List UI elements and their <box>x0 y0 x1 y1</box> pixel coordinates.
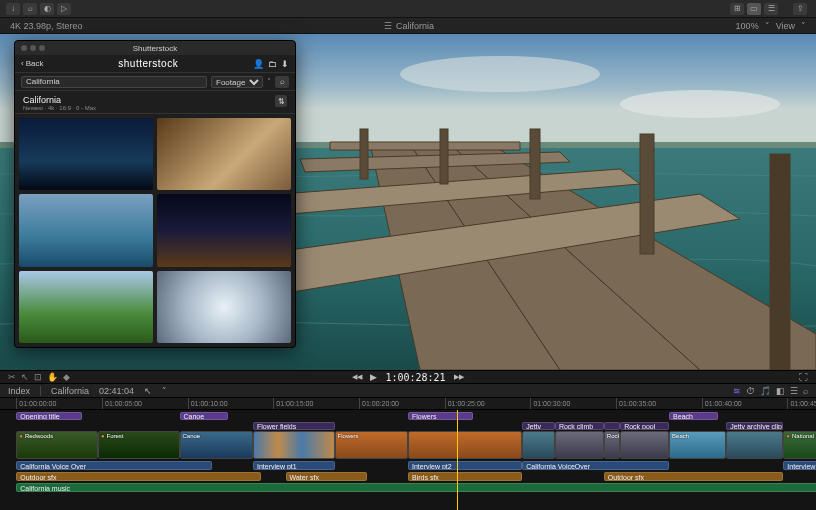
connected-clip-label[interactable]: Flower fields <box>253 422 335 430</box>
fullscreen-icon[interactable]: ⛶ <box>799 372 808 382</box>
zoom-level[interactable]: 100% <box>736 21 759 31</box>
media-type-select[interactable]: Footage <box>211 76 263 88</box>
video-clip[interactable] <box>253 431 335 459</box>
chevron-down-icon[interactable]: ˅ <box>162 386 167 396</box>
audio-clip[interactable]: Outdoor sfx <box>604 472 784 481</box>
chevron-down-icon[interactable]: ˅ <box>267 77 271 86</box>
audio-clip[interactable]: Birds sfx <box>408 472 522 481</box>
svg-point-5 <box>620 90 780 118</box>
primary-storyline[interactable]: ●Redwoods●ForestCanoeFlowersRocksBeach●N… <box>0 431 816 459</box>
video-clip[interactable] <box>726 431 783 459</box>
shutterstock-logo: shutterstock <box>43 58 253 69</box>
audio-clip[interactable]: Water sfx <box>286 472 368 481</box>
timeline-ruler[interactable]: 01:00:00:0001:00:05:0001:00:10:0001:00:1… <box>0 398 816 410</box>
share-button[interactable]: ⇪ <box>793 3 807 15</box>
connected-clip-label[interactable] <box>604 422 620 430</box>
audio-track[interactable]: California music <box>0 483 816 492</box>
audio-track[interactable]: Outdoor sfxWater sfxBirds sfxOutdoor sfx <box>0 472 816 481</box>
video-clip[interactable]: Rocks <box>604 431 620 459</box>
arrow-icon[interactable]: ↖ <box>21 372 29 382</box>
svg-rect-14 <box>440 129 448 184</box>
folder-icon[interactable]: 🗀 <box>268 59 277 69</box>
search-button[interactable]: ⌕ <box>275 76 289 88</box>
title-clip[interactable]: Opening title <box>16 412 81 420</box>
retime-icon[interactable]: ⏱ <box>746 386 755 396</box>
clip-label: Flowers <box>338 433 359 439</box>
hand-icon[interactable]: ✋ <box>47 372 58 382</box>
audio-clip[interactable]: Interview pt1 <box>253 461 335 470</box>
scissors-icon[interactable]: ✂ <box>8 372 16 382</box>
svg-marker-9 <box>330 142 520 150</box>
audio-clip[interactable]: California VoiceOver <box>522 461 669 470</box>
import-button[interactable]: ↓ <box>6 3 20 15</box>
search-icon[interactable]: ⌕ <box>803 386 808 396</box>
connected-clip-label[interactable]: Jetty <box>522 422 555 430</box>
connected-clip-label[interactable]: Jetty archive clip <box>726 422 783 430</box>
result-thumb[interactable] <box>19 271 153 343</box>
result-thumb[interactable] <box>157 118 291 190</box>
key-icon[interactable]: ◆ <box>63 372 70 382</box>
audio-clip[interactable]: Interview pt3 <box>783 461 816 470</box>
project-name: California <box>396 21 434 31</box>
video-clip[interactable] <box>408 431 522 459</box>
panel-title: Shutterstock <box>15 44 295 53</box>
audio-icon[interactable]: 🎵 <box>760 386 771 396</box>
timeline[interactable]: Opening titleCanoeFlowersBeachFlower fie… <box>0 410 816 510</box>
playhead[interactable] <box>457 410 458 510</box>
compound-clip-icon: ● <box>101 433 105 439</box>
layout-browser-button[interactable]: ⊞ <box>730 3 744 15</box>
search-input[interactable] <box>21 76 207 88</box>
tool-select-icon[interactable]: ↖ <box>144 386 152 396</box>
clip-appearance-icon[interactable]: ☰ <box>790 386 798 396</box>
play-button[interactable]: ▶ <box>370 372 377 382</box>
video-clip[interactable]: Beach <box>669 431 726 459</box>
timeline-duration: 02:41:04 <box>99 386 134 396</box>
sort-button[interactable]: ⇅ <box>275 95 287 107</box>
svg-rect-13 <box>360 129 368 179</box>
video-clip[interactable] <box>620 431 669 459</box>
result-thumb[interactable] <box>157 194 291 266</box>
timecode[interactable]: 1:00:28:21 <box>385 372 445 383</box>
video-clip[interactable]: Flowers <box>335 431 408 459</box>
crop-icon[interactable]: ⊡ <box>34 372 42 382</box>
download-icon[interactable]: ⬇ <box>281 59 289 69</box>
audio-clip[interactable]: Interview pt2 <box>408 461 522 470</box>
audio-clip[interactable]: California music <box>16 483 816 492</box>
render-button[interactable]: ▷ <box>57 3 71 15</box>
back-button[interactable]: ‹ Back <box>21 59 43 68</box>
layout-timeline-button[interactable]: ☰ <box>764 3 778 15</box>
connected-clip-label[interactable]: Rock climb <box>555 422 604 430</box>
result-thumb[interactable] <box>19 194 153 266</box>
video-clip[interactable]: Canoe <box>180 431 253 459</box>
titles-track[interactable]: Opening titleCanoeFlowersBeach <box>0 412 816 420</box>
audio-clip[interactable]: California Voice Over <box>16 461 212 470</box>
video-clip[interactable] <box>555 431 604 459</box>
prev-edit-button[interactable]: ◀◀ <box>352 373 362 381</box>
next-edit-button[interactable]: ▶▶ <box>454 373 464 381</box>
clip-label: Forest <box>107 433 124 439</box>
title-clip[interactable]: Canoe <box>180 412 229 420</box>
account-icon[interactable]: 👤 <box>253 59 264 69</box>
index-button[interactable]: Index <box>8 386 30 396</box>
chevron-down-icon[interactable]: ˅ <box>765 21 770 31</box>
result-thumb[interactable] <box>19 118 153 190</box>
video-clip[interactable]: ●National Park <box>783 431 816 459</box>
panel-titlebar[interactable]: Shutterstock <box>15 41 295 55</box>
audio-clip[interactable]: Outdoor sfx <box>16 472 261 481</box>
chevron-down-icon[interactable]: ˅ <box>801 21 806 31</box>
effects-icon[interactable]: ≋ <box>733 386 741 396</box>
video-clip[interactable]: ●Forest <box>98 431 180 459</box>
keyword-button[interactable]: ⌕ <box>23 3 37 15</box>
viewer[interactable]: Shutterstock ‹ Back shutterstock 👤 🗀 ⬇ F… <box>0 34 816 370</box>
connected-clip-label[interactable]: Rock pool <box>620 422 669 430</box>
audio-track[interactable]: California Voice OverInterview pt1Interv… <box>0 461 816 470</box>
video-clip[interactable]: ●Redwoods <box>16 431 98 459</box>
result-thumb[interactable] <box>157 271 291 343</box>
title-clip[interactable]: Beach <box>669 412 718 420</box>
video-clip[interactable] <box>522 431 555 459</box>
layout-default-button[interactable]: ▭ <box>747 3 761 15</box>
background-tasks-button[interactable]: ◐ <box>40 3 54 15</box>
title-clip[interactable]: Flowers <box>408 412 473 420</box>
view-menu[interactable]: View <box>776 21 795 31</box>
color-icon[interactable]: ◧ <box>776 386 785 396</box>
